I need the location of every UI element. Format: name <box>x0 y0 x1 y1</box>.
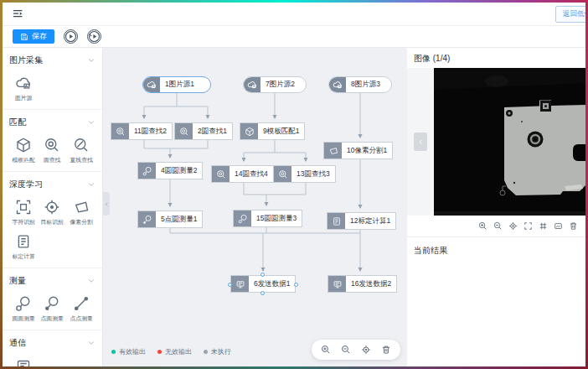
circle-circle-measure-icon <box>15 295 32 312</box>
run-continuous-button[interactable] <box>87 29 101 44</box>
image-panel-title: 图像 (1/4) <box>407 48 585 68</box>
flow-node-template-match-1[interactable]: 9模板匹配1 <box>240 122 305 140</box>
chevron-down-icon[interactable] <box>87 118 95 127</box>
cloud-image-icon <box>15 75 32 91</box>
segment-icon <box>324 143 342 159</box>
cube-icon <box>240 123 258 139</box>
save-button[interactable]: 保存 <box>13 29 54 44</box>
image-toolbar <box>407 216 585 237</box>
fullscreen-icon[interactable] <box>524 221 533 231</box>
node-label: 9模板匹配1 <box>258 123 304 139</box>
cube-icon <box>15 137 32 153</box>
flow-node-pixel-segment-1[interactable]: 10像素分割1 <box>323 142 393 159</box>
inspection-image[interactable] <box>434 68 585 216</box>
item-label: 目标识别 <box>40 218 64 226</box>
sidebar-item-ocr[interactable]: 字符识别 <box>9 199 38 226</box>
sidebar-collapse-handle[interactable] <box>103 192 110 216</box>
section-header[interactable]: 测量 <box>9 275 95 287</box>
node-label: 12标定计算1 <box>345 213 395 229</box>
item-label: 像素分割 <box>69 218 93 226</box>
item-label: 圆查找 <box>40 156 64 164</box>
section-header[interactable]: 匹配 <box>9 117 95 128</box>
section-title: 测量 <box>9 275 26 287</box>
flow-node-image-source-3[interactable]: 8图片源3 <box>328 76 392 93</box>
section-matching: 匹配 模板匹配 圆查找 直线查找 <box>3 110 102 172</box>
zoom-out-icon[interactable] <box>341 345 351 355</box>
circle-search-icon <box>111 123 129 139</box>
flow-node-circle-circle-measure-2[interactable]: 4圆圆测量2 <box>137 162 203 179</box>
document-icon <box>15 233 32 250</box>
save-label: 保存 <box>32 31 47 42</box>
flow-node-send-data-1[interactable]: 6发送数据1 <box>230 275 296 293</box>
flow-node-calibration-calc-1[interactable]: 12标定计算1 <box>327 212 396 230</box>
chevron-left-icon <box>104 201 110 207</box>
module-sidebar: 图片采集 图片源 匹配 模板匹配 <box>3 48 103 366</box>
legend-invalid-output: 无效输出 <box>157 347 192 356</box>
sidebar-item-template-match[interactable]: 模板匹配 <box>9 137 38 164</box>
node-label: 2圆查找1 <box>193 123 232 139</box>
sidebar-item-calibration-calc[interactable]: 标定计算 <box>9 233 38 261</box>
document-icon <box>328 213 345 229</box>
flow-node-circle-find-3[interactable]: 13圆查找3 <box>273 165 336 183</box>
sidebar-item-line-find[interactable]: 直线查找 <box>67 137 95 164</box>
chevron-down-icon[interactable] <box>87 180 95 189</box>
sidebar-item-object-detect[interactable]: 目标识别 <box>38 199 66 226</box>
canvas-zoom-toolbar <box>312 340 400 360</box>
locate-icon[interactable] <box>508 221 518 231</box>
flow-node-circle-find-2[interactable]: 11圆查找2 <box>111 122 173 140</box>
prev-image-button[interactable] <box>414 133 427 151</box>
section-header[interactable]: 深度学习 <box>9 179 95 190</box>
item-label: 图片源 <box>12 94 36 101</box>
image-save-icon[interactable] <box>554 221 563 231</box>
run-button[interactable] <box>64 29 78 44</box>
trash-icon[interactable] <box>569 221 578 231</box>
trash-icon[interactable] <box>381 345 391 355</box>
grid-icon[interactable] <box>539 221 548 231</box>
item-label: 点圆测量 <box>40 314 64 322</box>
section-header[interactable]: 通信 <box>9 337 95 349</box>
section-title: 匹配 <box>9 117 26 128</box>
menu-icon[interactable] <box>13 8 24 20</box>
sidebar-item-point-circle-measure[interactable]: 点圆测量 <box>38 295 66 323</box>
return-low-code-button[interactable]: 返回低代 <box>555 6 585 23</box>
status-legend: 有效输出 无效输出 未执行 <box>111 347 231 356</box>
sidebar-item-circle-find[interactable]: 圆查找 <box>38 137 66 164</box>
flow-node-image-source-1[interactable]: 1图片源1 <box>142 76 211 93</box>
chevron-down-icon[interactable] <box>87 277 95 285</box>
node-label: 11圆查找2 <box>129 123 172 139</box>
item-label: 模板匹配 <box>12 156 36 164</box>
locate-icon[interactable] <box>361 345 371 355</box>
flow-node-circle-find-1[interactable]: 2圆查找1 <box>174 122 233 140</box>
zoom-out-icon[interactable] <box>493 221 503 231</box>
sidebar-item-image-source[interactable]: 图片源 <box>9 75 38 102</box>
circle-search-icon <box>44 137 60 153</box>
sidebar-item-circle-circle-measure[interactable]: 圆圆测量 <box>9 295 38 323</box>
node-label: 6发送数据1 <box>249 276 295 292</box>
chevron-down-icon[interactable] <box>87 56 95 65</box>
chevron-down-icon[interactable] <box>87 339 95 347</box>
screenshot-gradient-frame: 返回低代 保存 图片采集 图片源 <box>0 0 588 369</box>
result-panel: 图像 (1/4) <box>407 48 585 366</box>
flow-node-circle-find-4[interactable]: 14圆查找4 <box>211 165 274 183</box>
sidebar-item-point-point-measure[interactable]: 点点测量 <box>67 295 95 323</box>
image-viewer <box>407 68 585 216</box>
sidebar-item-send-data[interactable] <box>9 357 38 366</box>
node-handle-left[interactable] <box>228 283 232 287</box>
zoom-in-icon[interactable] <box>478 221 487 231</box>
item-label: 直线查找 <box>69 156 93 164</box>
legend-label: 未执行 <box>211 347 231 356</box>
current-result-title: 当前结果 <box>407 237 585 264</box>
sidebar-item-pixel-segment[interactable]: 像素分割 <box>67 199 95 226</box>
zoom-in-icon[interactable] <box>321 345 331 355</box>
flow-node-send-data-2[interactable]: 16发送数据2 <box>328 275 397 293</box>
section-header[interactable]: 图片采集 <box>9 55 95 66</box>
circle-circle-measure-icon <box>138 163 156 179</box>
cloud-icon <box>143 77 160 92</box>
flow-node-image-source-2[interactable]: 7图片源2 <box>243 76 307 93</box>
image-nav-strip <box>407 68 434 216</box>
legend-label: 无效输出 <box>165 347 192 356</box>
flow-node-circle-circle-measure-3[interactable]: 15圆圆测量3 <box>233 210 302 227</box>
vision-flow-app: 返回低代 保存 图片采集 图片源 <box>3 3 585 366</box>
flow-node-point-circle-measure-1[interactable]: 5点圆测量1 <box>137 210 203 228</box>
flow-canvas[interactable]: 1图片源1 7图片源2 8图片源3 11圆查找2 2圆查找1 9模板匹配1 <box>103 48 407 366</box>
